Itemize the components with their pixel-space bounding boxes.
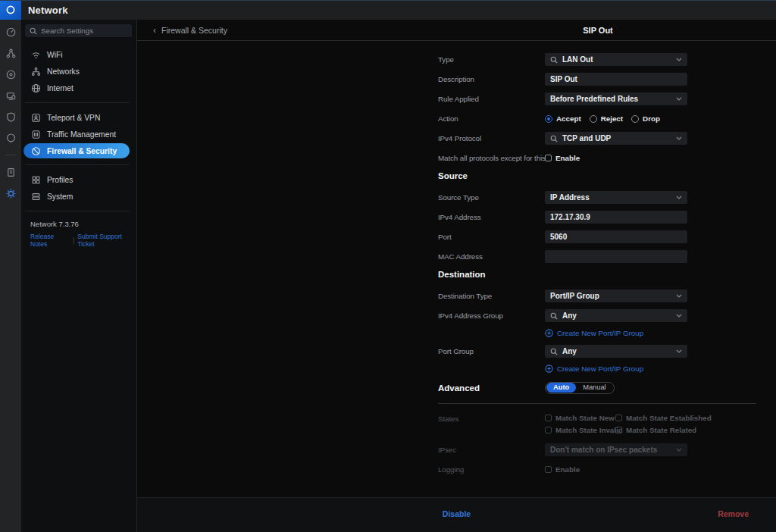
sidebar-item-label: Traffic Management <box>47 130 116 139</box>
sidebar-divider <box>25 164 130 165</box>
type-select[interactable]: LAN Out <box>545 53 687 66</box>
source-type-select[interactable]: IP Address <box>545 191 687 204</box>
destination-type-row: Destination Type Port/IP Group <box>438 289 776 302</box>
source-type-value: IP Address <box>550 193 590 202</box>
sidebar-item-label: WiFi <box>47 51 63 59</box>
match-state-invalid-label: Match State Invalid <box>555 426 623 434</box>
sidebar-item-firewall-security[interactable]: Firewall & Security <box>23 143 130 158</box>
match-state-related-checkbox[interactable] <box>615 427 622 433</box>
match-state-invalid-checkbox[interactable] <box>545 427 552 433</box>
source-ipv4-row: IPv4 Address <box>438 211 776 224</box>
states-label: States <box>438 414 545 423</box>
search-icon <box>550 312 558 320</box>
radio-drop[interactable] <box>631 115 639 123</box>
create-link-label: Create New Port/IP Group <box>557 329 643 337</box>
destination-type-label: Destination Type <box>438 292 545 300</box>
toggle-auto[interactable]: Auto <box>546 383 576 393</box>
state-established-item: Match State Established <box>615 414 712 422</box>
port-group-value: Any <box>562 347 577 355</box>
system-log-icon[interactable] <box>5 166 17 178</box>
destination-type-select[interactable]: Port/IP Group <box>545 289 687 302</box>
main-panel: ‹ Firewall & Security SIP Out Type LAN O… <box>137 20 776 532</box>
insights-icon[interactable] <box>5 111 17 123</box>
match-state-established-checkbox[interactable] <box>615 415 622 421</box>
dashboard-icon[interactable] <box>5 26 17 38</box>
chevron-down-icon <box>676 58 682 61</box>
destination-section-heading: Destination <box>438 270 776 280</box>
remove-button[interactable]: Remove <box>718 509 749 518</box>
source-section-heading: Source <box>438 171 776 182</box>
source-ipv4-input[interactable] <box>545 211 687 224</box>
sidebar-item-internet[interactable]: Internet <box>21 80 136 96</box>
toggle-manual[interactable]: Manual <box>576 383 613 393</box>
teleport-vpn-icon <box>31 113 41 123</box>
panel-footer: Disable Remove <box>137 497 776 532</box>
sidebar-item-system[interactable]: System <box>21 188 136 205</box>
search-settings-input[interactable]: Search Settings <box>25 24 132 37</box>
match-all-label: Match all protocols except for this <box>438 154 545 162</box>
unifi-devices-icon[interactable] <box>5 68 17 80</box>
sidebar-item-label: Networks <box>47 67 80 76</box>
radio-accept[interactable] <box>545 115 552 123</box>
ipv4-address-group-label: IPv4 Address Group <box>438 311 545 320</box>
create-link-label: Create New Port/IP Group <box>557 365 643 373</box>
ipsec-label: IPsec <box>438 446 545 454</box>
create-port-ip-group-link[interactable]: Create New Port/IP Group <box>545 328 776 338</box>
ipsec-select[interactable]: Don't match on IPsec packets <box>545 443 687 456</box>
advanced-row: Advanced Auto Manual <box>438 381 776 394</box>
description-input[interactable] <box>545 73 687 86</box>
networks-icon <box>31 67 41 77</box>
circle-plus-icon <box>545 365 553 373</box>
search-icon <box>30 27 37 35</box>
source-port-input[interactable] <box>545 230 687 243</box>
wifiman-icon[interactable] <box>5 132 17 144</box>
source-type-label: Source Type <box>438 193 545 202</box>
search-placeholder: Search Settings <box>41 27 93 35</box>
support-ticket-link[interactable]: Submit Support Ticket <box>77 233 136 248</box>
advanced-heading: Advanced <box>438 383 545 393</box>
ipv4-address-group-row: IPv4 Address Group Any <box>438 309 776 322</box>
unifi-logo[interactable] <box>0 0 21 20</box>
release-notes-link[interactable]: Release Notes <box>30 233 70 248</box>
match-all-checkbox[interactable] <box>545 155 552 161</box>
breadcrumb-label: Firewall & Security <box>161 26 227 35</box>
match-state-new-checkbox[interactable] <box>545 415 552 421</box>
topology-icon[interactable] <box>5 47 17 59</box>
ipv4-protocol-label: IPv4 Protocol <box>438 134 545 142</box>
ipv4-protocol-select[interactable]: TCP and UDP <box>545 132 687 145</box>
chevron-down-icon <box>676 196 682 199</box>
sidebar-item-profiles[interactable]: Profiles <box>21 171 136 188</box>
sidebar-item-wifi[interactable]: WiFi <box>21 46 136 63</box>
sidebar-divider <box>25 102 130 103</box>
match-state-related-label: Match State Related <box>626 426 696 434</box>
match-all-enable-label: Enable <box>555 154 580 162</box>
unifi-logo-icon <box>5 5 16 15</box>
ipv4-address-group-select[interactable]: Any <box>545 309 687 322</box>
rule-applied-select[interactable]: Before Predefined Rules <box>545 92 687 105</box>
rule-form: Type LAN Out Description Rule Applied Be… <box>137 42 776 497</box>
sidebar-item-networks[interactable]: Networks <box>21 63 136 80</box>
logging-row: Logging Enable <box>438 463 776 476</box>
panel-header: ‹ Firewall & Security SIP Out <box>137 20 776 41</box>
window-accent-line <box>0 0 776 1</box>
version-text: Network 7.3.76 <box>30 220 136 228</box>
radio-accept-label: Accept <box>556 114 581 123</box>
sidebar-item-teleport-vpn[interactable]: Teleport & VPN <box>21 109 136 126</box>
sidebar-item-label: Profiles <box>47 176 73 184</box>
create-port-ip-group-link[interactable]: Create New Port/IP Group <box>545 364 776 374</box>
traffic-management-icon <box>31 130 41 139</box>
sidebar-item-traffic-management[interactable]: Traffic Management <box>21 126 136 142</box>
breadcrumb[interactable]: ‹ Firewall & Security <box>153 26 227 35</box>
mac-address-input[interactable] <box>545 250 687 263</box>
disable-button[interactable]: Disable <box>443 509 471 518</box>
advanced-divider <box>438 403 756 404</box>
description-label: Description <box>438 75 545 83</box>
logging-enable-checkbox[interactable] <box>545 466 552 473</box>
settings-icon[interactable] <box>5 187 17 199</box>
port-group-select[interactable]: Any <box>545 345 687 358</box>
circle-plus-icon <box>545 329 553 337</box>
link-separator: | <box>73 236 74 244</box>
client-devices-icon[interactable] <box>5 89 17 102</box>
mac-address-row: MAC Address <box>438 250 776 263</box>
radio-reject[interactable] <box>590 115 597 123</box>
